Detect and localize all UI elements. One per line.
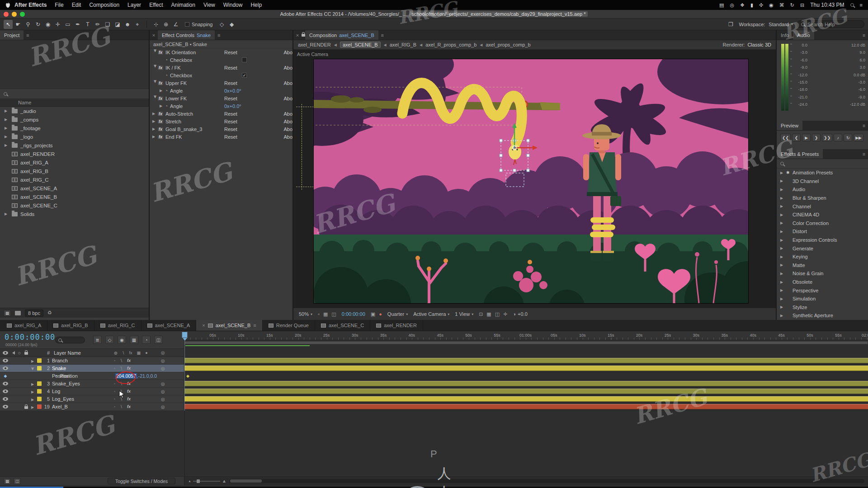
display-arrangement-icon[interactable]: ▤ <box>719 2 724 8</box>
menu-item[interactable]: Composition <box>85 2 123 8</box>
reset-link[interactable]: Reset <box>224 80 237 86</box>
disclosure-triangle[interactable]: ▶ <box>152 119 158 123</box>
tab-info[interactable]: Info <box>777 30 793 40</box>
about-link[interactable]: Abo <box>283 80 292 86</box>
disclosure-triangle[interactable]: ▶ <box>780 288 784 292</box>
layer-track[interactable]: ◆ <box>184 365 868 372</box>
layer-duration-bar[interactable] <box>184 358 868 363</box>
effect-row[interactable]: ▶ fx ◔ Lower FK Reset Abo <box>150 94 292 102</box>
tab-effect-controls[interactable]: Effect Controls Snake <box>158 30 215 40</box>
disclosure-triangle[interactable]: ▶ <box>780 179 784 183</box>
puppet-pin-tool[interactable]: ⌖ <box>133 20 142 29</box>
close-icon[interactable]: × <box>202 323 205 328</box>
label-color-swatch[interactable] <box>37 389 42 394</box>
collapse-switch[interactable]: ◦ <box>114 397 115 401</box>
disclosure-triangle[interactable]: ▶ <box>780 255 784 259</box>
effects-category[interactable]: ▶ 3D Channel <box>777 177 868 186</box>
effect-row[interactable]: ▶ fx ◔ Checkbox ✓ <box>150 71 292 79</box>
resolution-select[interactable]: Quarter▾ <box>387 311 408 317</box>
always-preview-icon[interactable]: ▫ <box>318 311 320 317</box>
menu-item[interactable]: Window <box>219 2 247 8</box>
fx-switch[interactable]: fx <box>127 366 131 371</box>
world-axis-mode-icon[interactable]: ⊕ <box>161 20 170 29</box>
horizontal-scrollbar[interactable] <box>229 479 864 483</box>
layer-expander[interactable]: ▶ <box>31 359 34 363</box>
battery-icon[interactable]: ▮ <box>750 2 753 8</box>
snapping-checkbox[interactable] <box>185 22 189 27</box>
visibility-eye-icon[interactable] <box>3 389 8 393</box>
panel-menu-icon[interactable]: ≡ <box>860 149 868 159</box>
project-item[interactable]: ▶ axel_SCENE_B <box>0 192 149 201</box>
parent-column-icon[interactable]: ◎ <box>161 350 165 355</box>
effects-category[interactable]: ▶ Simulation <box>777 295 868 303</box>
new-folder-icon[interactable] <box>15 311 21 315</box>
effects-category[interactable]: ▶ CINEMA 4D <box>777 211 868 219</box>
layer-expander[interactable]: ▶ <box>31 382 34 386</box>
mask-visibility-icon[interactable]: ◫ <box>331 311 336 317</box>
timeline-row[interactable]: ◆ ▶ 4 Log ◔ Log ◦ <box>0 388 868 395</box>
quality-switch[interactable]: ∖ <box>120 358 123 363</box>
timeline-tab[interactable]: × axel_RIG_C ≡ <box>94 320 142 331</box>
disclosure-triangle[interactable]: ▶ <box>780 171 784 175</box>
effects-category[interactable]: ▶ Synthetic Aperture <box>777 311 868 320</box>
fx-column-icon[interactable]: fx <box>129 351 132 355</box>
layer-name[interactable]: Branch <box>52 358 68 363</box>
zoom-in-icon[interactable]: ▲ <box>222 479 226 483</box>
position-yz-value[interactable]: ,-21.0,0.0 <box>137 373 157 379</box>
layer-number-column[interactable]: # <box>43 350 52 356</box>
reset-link[interactable]: Reset <box>224 111 237 117</box>
project-item[interactable]: ▶ _logo <box>0 132 149 141</box>
visibility-eye-icon[interactable] <box>3 397 8 401</box>
fx-switch[interactable]: fx <box>127 358 131 363</box>
transparency-grid-icon[interactable]: ▦ <box>486 311 491 317</box>
disclosure-triangle[interactable]: ▶ <box>780 213 784 217</box>
about-link[interactable]: Abo <box>283 127 292 132</box>
show-channel-icon[interactable]: ● <box>379 311 382 317</box>
parent-pickwhip-icon[interactable]: ◎ <box>161 404 165 409</box>
parent-pickwhip-icon[interactable]: ◎ <box>161 381 165 386</box>
parent-pickwhip-icon[interactable]: ◎ <box>161 389 165 394</box>
property-value[interactable]: 0x+0.0° <box>224 88 241 94</box>
lock-column-icon[interactable] <box>24 352 28 355</box>
effects-category[interactable]: ▶ ✱ Animation Presets <box>777 169 868 177</box>
timeline-tab[interactable]: × axel_RIG_B ≡ <box>47 320 94 331</box>
reset-link[interactable]: Reset <box>224 65 237 70</box>
layer-track[interactable]: ◆ <box>184 388 868 395</box>
effects-category[interactable]: ▶ Noise & Grain <box>777 269 868 278</box>
disclosure-triangle[interactable]: ▶ <box>153 80 157 86</box>
tab-preview[interactable]: Preview <box>777 121 802 130</box>
property-name[interactable]: Position <box>60 373 78 379</box>
panel-menu-icon[interactable]: ≡ <box>24 30 32 40</box>
layer-expander[interactable]: ▶ <box>31 390 34 394</box>
effects-category[interactable]: ▶ Matte <box>777 261 868 270</box>
about-link[interactable]: Abo <box>283 50 292 55</box>
layer-duration-bar[interactable] <box>184 381 868 386</box>
current-time-indicator[interactable] <box>182 332 188 338</box>
about-link[interactable]: Abo <box>283 65 292 70</box>
effect-checkbox[interactable]: ✓ <box>242 73 247 78</box>
menu-item[interactable]: After Effects <box>11 2 51 8</box>
disclosure-triangle[interactable]: ▶ <box>5 109 9 113</box>
audio-column-icon[interactable] <box>10 351 15 355</box>
effect-row[interactable]: ▶ fx ◔ Goal B_snake_3 Reset Abo <box>150 125 292 133</box>
project-item[interactable]: ▶ axel_RIG_A <box>0 158 149 167</box>
panel-menu-icon[interactable]: ≡ <box>860 121 868 130</box>
parent-pickwhip-icon[interactable]: ◎ <box>161 366 165 371</box>
audio-toggle-button[interactable]: ♪ <box>834 134 842 141</box>
fast-previews-icon[interactable]: ✛ <box>503 311 507 317</box>
project-search-field[interactable] <box>0 89 149 99</box>
layer-track[interactable]: ◆ <box>184 403 868 411</box>
effects-category[interactable]: ▶ Color Correction <box>777 219 868 228</box>
layer-track[interactable]: ◆ <box>184 395 868 403</box>
snap-to-edges-icon[interactable]: ◇ <box>217 20 226 29</box>
project-item[interactable]: ▶ axel_SCENE_C <box>0 201 149 210</box>
project-name-column-header[interactable]: Name <box>0 99 149 107</box>
disclosure-triangle[interactable]: ▶ <box>780 196 784 200</box>
about-link[interactable]: Abo <box>283 119 292 124</box>
video-column-icon[interactable] <box>3 351 8 355</box>
type-tool[interactable]: T <box>83 20 92 29</box>
timeline-tab[interactable]: × axel_SCENE_A ≡ <box>142 320 197 331</box>
menu-item[interactable]: Animation <box>167 2 199 8</box>
layer-expander[interactable]: ▶ <box>31 405 34 409</box>
project-bit-depth[interactable]: 8 bpc <box>25 310 43 317</box>
